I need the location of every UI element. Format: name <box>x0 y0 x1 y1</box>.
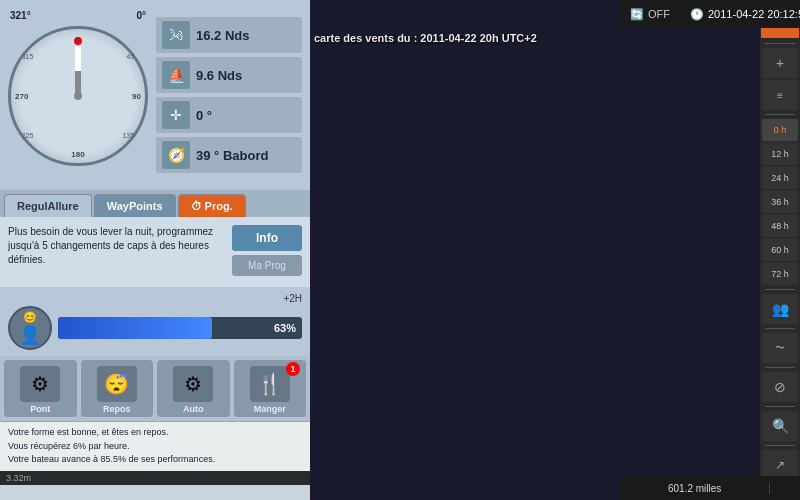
search-button[interactable]: 🔍 <box>762 411 798 441</box>
compass-section: 321° 0° 0 90 180 270 315 45 225 135 <box>0 0 310 190</box>
sidebar-divider-7 <box>765 445 795 446</box>
cross-icon: ✛ <box>162 101 190 129</box>
main-container: 321° 0° 0 90 180 270 315 45 225 135 <box>0 0 800 500</box>
pont-icon: ⚙ <box>20 366 60 402</box>
manger-button[interactable]: 1 🍴 Manger <box>234 360 307 417</box>
heading-top-label: 0° <box>136 10 146 21</box>
manger-label: Manger <box>254 404 286 414</box>
progress-bar: 63% <box>58 317 302 339</box>
stat-angle: 🧭 39 ° Babord <box>156 137 302 173</box>
tabs-section: RegulAllure WayPoints ⏱ Prog. <box>0 190 310 217</box>
degree-nw: 315 <box>22 53 34 60</box>
manger-icon: 🍴 <box>250 366 290 402</box>
refresh-icon: 🔄 <box>630 8 644 21</box>
danger-button[interactable]: ⊘ <box>762 372 798 402</box>
right-sidebar: 🗺 + ≡ 0 h 12 h 24 h 36 h 48 h 60 h 72 h … <box>760 0 800 500</box>
time-36h-button[interactable]: 36 h <box>762 191 798 213</box>
time-24h-button[interactable]: 24 h <box>762 167 798 189</box>
bottom-icons: ⚙ Pont 😴 Repos ⚙ Auto 1 🍴 Manger <box>0 356 310 421</box>
total-distance: 601.2 milles <box>620 483 770 494</box>
stat-wind-speed: 🌬 16.2 Nds <box>156 17 302 53</box>
wind-button[interactable]: 〜 <box>762 333 798 363</box>
time-48h-button[interactable]: 48 h <box>762 215 798 237</box>
compass-e: 90 <box>132 92 141 101</box>
tab-waypoints[interactable]: WayPoints <box>94 194 176 217</box>
status-line2: Vous récupérez 6% par heure. <box>8 440 302 454</box>
repos-icon: 😴 <box>97 366 137 402</box>
heading-value: 0 ° <box>196 108 212 123</box>
tab-prog[interactable]: ⏱ Prog. <box>178 194 246 217</box>
username: chrisengel <box>770 483 800 494</box>
maprog-button[interactable]: Ma Prog <box>232 255 302 276</box>
time-12h-button[interactable]: 12 h <box>762 143 798 165</box>
wind-speed-value: 16.2 Nds <box>196 28 249 43</box>
status-line1: Votre forme est bonne, et êtes en repos. <box>8 426 302 440</box>
sidebar-divider-3 <box>765 289 795 290</box>
manger-badge: 1 <box>286 362 300 376</box>
progress-bar-fill <box>58 317 212 339</box>
zoom-menu-button[interactable]: ≡ <box>762 80 798 110</box>
compass-pivot <box>74 92 82 100</box>
sidebar-divider-5 <box>765 367 795 368</box>
compass-wrap: 321° 0° 0 90 180 270 315 45 225 135 <box>8 10 148 180</box>
repos-button[interactable]: 😴 Repos <box>81 360 154 417</box>
stat-heading: ✛ 0 ° <box>156 97 302 133</box>
left-panel: 321° 0° 0 90 180 270 315 45 225 135 <box>0 0 310 500</box>
info-section: Plus besoin de vous lever la nuit, progr… <box>0 217 310 287</box>
boat-icon: ⛵ <box>162 61 190 89</box>
time-72h-button[interactable]: 72 h <box>762 263 798 285</box>
repos-label: Repos <box>103 404 131 414</box>
auto-label: Auto <box>183 404 204 414</box>
degree-sw: 225 <box>22 132 34 139</box>
boat-speed-value: 9.6 Nds <box>196 68 242 83</box>
stats-column: 🌬 16.2 Nds ⛵ 9.6 Nds ✛ 0 ° 🧭 39 ° Babord <box>148 17 302 173</box>
datetime-value: 2011-04-22 20:12:51 UTC+2 <box>708 8 800 20</box>
progress-percent: 63% <box>274 322 296 334</box>
heading-left-label: 321° <box>10 10 31 21</box>
status-text: Votre forme est bonne, et êtes en repos.… <box>0 421 310 471</box>
progress-section: +2H 😊 👤 63% <box>0 287 310 356</box>
sidebar-divider-2 <box>765 114 795 115</box>
compass-icon: 🧭 <box>162 141 190 169</box>
avatar: 😊 👤 <box>8 306 52 350</box>
progress-bar-wrap: 😊 👤 63% <box>8 306 302 350</box>
bottom-bar: 601.2 milles chrisengel 13466th <box>620 476 800 500</box>
map-wrapper: 🔄 OFF 🕐 2011-04-22 20:12:51 UTC+2 ⚙ cart… <box>310 0 760 500</box>
scale-text: 3.32m <box>0 471 310 485</box>
status-line3: Votre bateau avance à 85.5% de ses perfo… <box>8 453 302 467</box>
auto-button[interactable]: ⚙ Auto <box>157 360 230 417</box>
sidebar-divider-4 <box>765 328 795 329</box>
compass-circle: 0 90 180 270 315 45 225 135 <box>8 26 148 166</box>
pont-button[interactable]: ⚙ Pont <box>4 360 77 417</box>
top-bar: 🔄 OFF 🕐 2011-04-22 20:12:51 UTC+2 ⚙ <box>620 0 800 28</box>
sidebar-divider-6 <box>765 406 795 407</box>
info-buttons: Info Ma Prog <box>232 225 302 279</box>
info-button[interactable]: Info <box>232 225 302 251</box>
tab-prog-label: Prog. <box>205 200 233 212</box>
auto-icon: ⚙ <box>173 366 213 402</box>
compass-w: 270 <box>15 92 28 101</box>
tab-regul[interactable]: RegulAllure <box>4 194 92 217</box>
compass-n: 0 <box>76 35 80 44</box>
fleet-button[interactable]: 👥 <box>762 294 798 324</box>
compass-needle <box>75 46 81 96</box>
zoom-in-button[interactable]: + <box>762 48 798 78</box>
clock-icon: 🕐 <box>690 8 704 21</box>
datetime-display: 🕐 2011-04-22 20:12:51 UTC+2 <box>680 8 800 21</box>
status-indicator: 🔄 OFF <box>620 8 680 21</box>
info-description: Plus besoin de vous lever la nuit, progr… <box>8 225 224 279</box>
off-label: OFF <box>648 8 670 20</box>
wind-icon: 🌬 <box>162 21 190 49</box>
map-subtitle: carte des vents du : 2011-04-22 20h UTC+… <box>314 32 537 44</box>
pont-label: Pont <box>30 404 50 414</box>
time-60h-button[interactable]: 60 h <box>762 239 798 261</box>
clock-icon: ⏱ <box>191 200 202 212</box>
angle-value: 39 ° Babord <box>196 148 268 163</box>
degree-ne: 45 <box>126 53 134 60</box>
sidebar-divider-1 <box>765 43 795 44</box>
stat-boat-speed: ⛵ 9.6 Nds <box>156 57 302 93</box>
compass-s: 180 <box>71 150 84 159</box>
progress-label: +2H <box>8 293 302 304</box>
time-0h-button[interactable]: 0 h <box>762 119 798 141</box>
degree-se: 135 <box>123 132 135 139</box>
